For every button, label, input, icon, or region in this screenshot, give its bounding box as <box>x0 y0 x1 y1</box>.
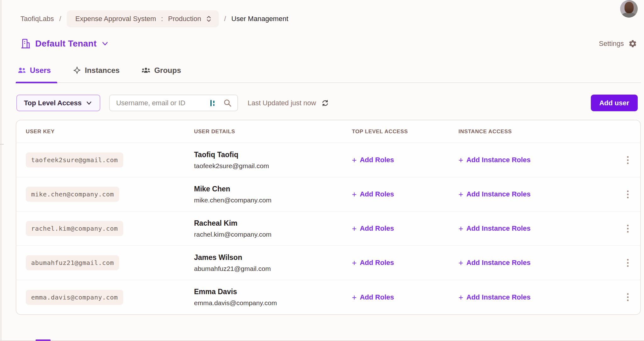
plus-icon: + <box>458 224 463 233</box>
chevron-down-icon <box>101 41 109 46</box>
add-instance-roles-button[interactable]: + Add Instance Roles <box>458 259 615 267</box>
breadcrumb-separator: / <box>224 15 226 23</box>
top-level-access-filter[interactable]: Top Level Access <box>16 95 100 111</box>
up-down-chevron-icon <box>206 15 212 23</box>
add-instance-roles-label: Add Instance Roles <box>466 190 530 198</box>
breadcrumb-environment: Production <box>168 15 201 23</box>
tenant-bar: Default Tenant Settings <box>16 36 641 51</box>
breadcrumb-separator: / <box>59 15 61 23</box>
tab-instances-label: Instances <box>85 66 120 75</box>
sparkle-diamond-icon <box>73 66 81 74</box>
user-email: mike.chen@company.com <box>194 196 352 204</box>
plus-icon: + <box>458 293 463 301</box>
user-key-chip: rachel.kim@company.com <box>26 221 123 236</box>
scrollbar-thumb[interactable] <box>36 339 51 341</box>
breadcrumb-org[interactable]: TaofiqLabs <box>20 15 54 23</box>
chevron-down-icon <box>86 101 92 105</box>
settings-label: Settings <box>599 40 624 48</box>
kebab-menu-icon[interactable] <box>625 188 631 201</box>
regex-bars-icon[interactable] <box>209 99 216 107</box>
settings-button[interactable]: Settings <box>599 39 637 48</box>
user-name: Emma Davis <box>194 288 352 296</box>
add-roles-button[interactable]: + Add Roles <box>352 293 458 301</box>
user-key-chip: taofeek2sure@gmail.com <box>26 152 123 168</box>
avatar-shirt <box>621 13 636 18</box>
panel-edge-notch <box>0 144 4 145</box>
gear-icon <box>628 39 637 48</box>
tab-bar: Users Instances Groups <box>16 63 641 83</box>
breadcrumb-colon: : <box>161 15 163 23</box>
building-icon <box>20 38 31 49</box>
add-roles-button[interactable]: + Add Roles <box>352 224 458 233</box>
tenant-selector[interactable]: Default Tenant <box>20 38 109 49</box>
users-icon <box>18 67 26 74</box>
tab-instances[interactable]: Instances <box>72 66 121 82</box>
breadcrumb: TaofiqLabs / Expense Approval System : P… <box>16 10 641 28</box>
col-header-user-key: USER KEY <box>26 129 194 135</box>
add-roles-label: Add Roles <box>360 190 394 198</box>
tab-users[interactable]: Users <box>16 66 52 82</box>
user-name: Taofiq Taofiq <box>194 151 352 159</box>
col-header-instance-access: INSTANCE ACCESS <box>458 129 615 135</box>
tab-groups-label: Groups <box>154 66 181 75</box>
add-roles-label: Add Roles <box>360 224 394 233</box>
user-name: James Wilson <box>194 253 352 262</box>
main-content: TaofiqLabs / Expense Approval System : P… <box>16 0 641 315</box>
kebab-menu-icon[interactable] <box>625 256 631 269</box>
plus-icon: + <box>458 190 463 198</box>
plus-icon: + <box>352 190 357 198</box>
add-roles-button[interactable]: + Add Roles <box>352 190 458 198</box>
plus-icon: + <box>352 293 357 301</box>
plus-icon: + <box>352 156 357 164</box>
user-email: taofeek2sure@gmail.com <box>194 162 352 170</box>
search-box <box>109 95 238 111</box>
plus-icon: + <box>352 259 357 267</box>
add-instance-roles-label: Add Instance Roles <box>466 156 530 164</box>
add-instance-roles-label: Add Instance Roles <box>466 224 530 233</box>
user-key-chip: mike.chen@company.com <box>26 187 119 202</box>
add-roles-label: Add Roles <box>360 156 394 164</box>
panel-edge-line <box>1 0 1 341</box>
kebab-menu-icon[interactable] <box>625 154 631 167</box>
user-key-chip: abumahfuz21@gmail.com <box>26 255 119 270</box>
add-instance-roles-button[interactable]: + Add Instance Roles <box>458 224 615 233</box>
user-email: emma.davis@company.com <box>194 299 352 307</box>
avatar-face <box>625 2 634 13</box>
table-row: rachel.kim@company.com Racheal Kim rache… <box>16 212 640 246</box>
add-roles-button[interactable]: + Add Roles <box>352 259 458 267</box>
project-environment-selector[interactable]: Expense Approval System : Production <box>67 10 219 27</box>
plus-icon: + <box>352 224 357 233</box>
breadcrumb-project: Expense Approval System <box>75 15 156 23</box>
col-header-user-details: USER DETAILS <box>194 129 352 135</box>
add-instance-roles-label: Add Instance Roles <box>466 293 530 301</box>
add-instance-roles-label: Add Instance Roles <box>466 259 530 267</box>
add-roles-label: Add Roles <box>360 259 394 267</box>
tab-groups[interactable]: Groups <box>140 66 182 82</box>
user-name: Mike Chen <box>194 185 352 193</box>
kebab-menu-icon[interactable] <box>625 222 631 235</box>
kebab-menu-icon[interactable] <box>625 291 631 304</box>
plus-icon: + <box>458 259 463 267</box>
add-roles-label: Add Roles <box>360 293 394 301</box>
filter-label: Top Level Access <box>24 99 81 107</box>
add-instance-roles-button[interactable]: + Add Instance Roles <box>458 293 615 301</box>
user-name: Racheal Kim <box>194 219 352 228</box>
tab-users-label: Users <box>30 66 51 75</box>
user-avatar[interactable] <box>620 0 638 18</box>
table-row: taofeek2sure@gmail.com Taofiq Taofiq tao… <box>16 143 640 177</box>
add-roles-button[interactable]: + Add Roles <box>352 156 458 164</box>
search-icon[interactable] <box>223 99 232 107</box>
refresh-icon[interactable] <box>321 99 329 107</box>
table-header-row: USER KEY USER DETAILS TOP LEVEL ACCESS I… <box>16 120 640 143</box>
add-instance-roles-button[interactable]: + Add Instance Roles <box>458 190 615 198</box>
search-input[interactable] <box>116 99 209 107</box>
tenant-name: Default Tenant <box>35 39 97 49</box>
add-instance-roles-button[interactable]: + Add Instance Roles <box>458 156 615 164</box>
table-row: mike.chen@company.com Mike Chen mike.che… <box>16 177 640 212</box>
table-row: abumahfuz21@gmail.com James Wilson abuma… <box>16 246 640 280</box>
last-updated-status: Last Updated just now <box>247 99 329 107</box>
user-email: abumahfuz21@gmail.com <box>194 265 352 272</box>
plus-icon: + <box>458 156 463 164</box>
last-updated-text: Last Updated just now <box>247 99 316 107</box>
add-user-button[interactable]: Add user <box>591 95 638 111</box>
